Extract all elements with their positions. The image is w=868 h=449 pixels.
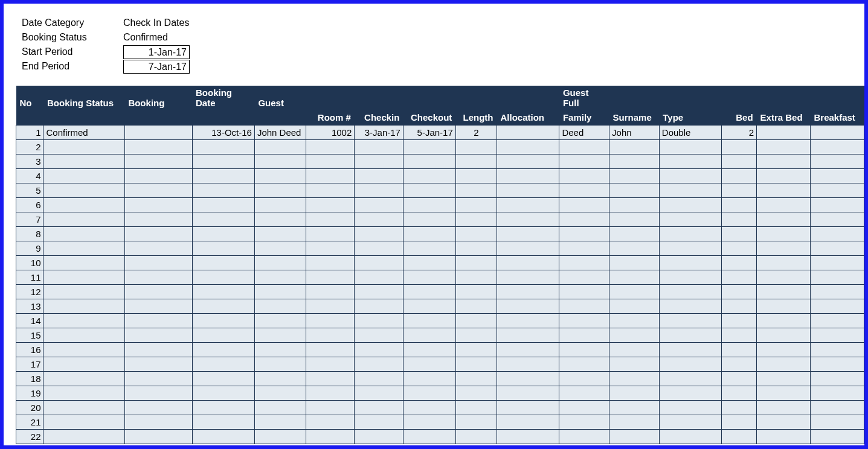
cell-allocation[interactable] [497,126,559,140]
cell-room[interactable]: 1002 [306,126,355,140]
cell-surname[interactable] [609,212,660,227]
cell-extra_bed[interactable] [757,227,811,241]
table-row[interactable]: 2 [16,140,864,154]
cell-allocation[interactable] [497,415,559,430]
cell-family[interactable] [559,386,609,401]
cell-breakfast[interactable] [810,126,864,140]
cell-booking[interactable] [124,299,192,314]
cell-extra_bed[interactable] [757,154,811,169]
cell-surname[interactable] [609,357,660,372]
cell-room[interactable] [306,198,355,212]
cell-family[interactable] [559,299,609,314]
cell-booking_date[interactable] [192,357,254,372]
cell-booking[interactable] [124,212,192,227]
cell-breakfast[interactable] [810,241,864,256]
cell-length[interactable] [455,343,497,357]
cell-extra_bed[interactable] [757,256,811,270]
cell-allocation[interactable] [497,270,559,285]
cell-checkin[interactable] [355,169,403,183]
cell-type[interactable] [659,357,721,372]
cell-booking_status[interactable] [43,401,124,415]
table-row[interactable]: 1Confirmed13-Oct-16John Deed10023-Jan-17… [16,126,864,140]
cell-no[interactable]: 22 [16,430,43,444]
cell-booking_date[interactable] [192,183,254,198]
cell-length[interactable] [455,140,497,154]
cell-booking_status[interactable] [43,169,124,183]
table-row[interactable]: 14 [16,314,864,328]
cell-booking_date[interactable] [192,256,254,270]
cell-no[interactable]: 9 [16,241,43,256]
cell-bed[interactable]: 2 [722,126,757,140]
cell-length[interactable] [455,270,497,285]
cell-bed[interactable] [722,415,757,430]
cell-guest[interactable] [254,357,306,372]
cell-booking_date[interactable] [192,140,254,154]
cell-booking_status[interactable] [43,198,124,212]
cell-no[interactable]: 13 [16,299,43,314]
cell-booking_date[interactable] [192,227,254,241]
cell-guest[interactable] [254,430,306,444]
cell-guest[interactable] [254,299,306,314]
cell-booking[interactable] [124,357,192,372]
cell-type[interactable] [659,386,721,401]
cell-surname[interactable] [609,328,660,343]
cell-no[interactable]: 14 [16,314,43,328]
cell-length[interactable] [455,314,497,328]
cell-type[interactable] [659,256,721,270]
cell-allocation[interactable] [497,328,559,343]
cell-checkin[interactable] [355,270,403,285]
cell-breakfast[interactable] [810,401,864,415]
cell-length[interactable]: 2 [455,126,497,140]
cell-booking[interactable] [124,154,192,169]
cell-family[interactable] [559,328,609,343]
cell-breakfast[interactable] [810,386,864,401]
cell-room[interactable] [306,401,355,415]
cell-room[interactable] [306,430,355,444]
cell-bed[interactable] [722,256,757,270]
cell-room[interactable] [306,169,355,183]
cell-bed[interactable] [722,183,757,198]
cell-family[interactable] [559,140,609,154]
cell-no[interactable]: 8 [16,227,43,241]
cell-extra_bed[interactable] [757,140,811,154]
cell-surname[interactable] [609,386,660,401]
cell-guest[interactable] [254,198,306,212]
cell-family[interactable] [559,285,609,299]
cell-booking_date[interactable] [192,343,254,357]
cell-surname[interactable] [609,140,660,154]
cell-booking_date[interactable] [192,415,254,430]
cell-no[interactable]: 18 [16,372,43,386]
cell-length[interactable] [455,212,497,227]
cell-breakfast[interactable] [810,299,864,314]
cell-room[interactable] [306,154,355,169]
cell-booking[interactable] [124,256,192,270]
cell-extra_bed[interactable] [757,270,811,285]
cell-checkout[interactable] [403,212,455,227]
cell-checkin[interactable] [355,430,403,444]
cell-checkout[interactable] [403,154,455,169]
cell-booking_status[interactable] [43,256,124,270]
cell-extra_bed[interactable] [757,314,811,328]
cell-length[interactable] [455,299,497,314]
cell-bed[interactable] [722,285,757,299]
cell-length[interactable] [455,227,497,241]
cell-extra_bed[interactable] [757,328,811,343]
cell-allocation[interactable] [497,154,559,169]
cell-guest[interactable] [254,401,306,415]
cell-length[interactable] [455,328,497,343]
cell-breakfast[interactable] [810,198,864,212]
cell-bed[interactable] [722,169,757,183]
cell-length[interactable] [455,241,497,256]
cell-family[interactable] [559,270,609,285]
cell-surname[interactable] [609,227,660,241]
cell-checkin[interactable] [355,227,403,241]
cell-bed[interactable] [722,328,757,343]
cell-no[interactable]: 19 [16,386,43,401]
cell-length[interactable] [455,401,497,415]
cell-length[interactable] [455,285,497,299]
cell-no[interactable]: 20 [16,401,43,415]
cell-no[interactable]: 15 [16,328,43,343]
cell-family[interactable] [559,401,609,415]
cell-room[interactable] [306,212,355,227]
cell-length[interactable] [455,415,497,430]
